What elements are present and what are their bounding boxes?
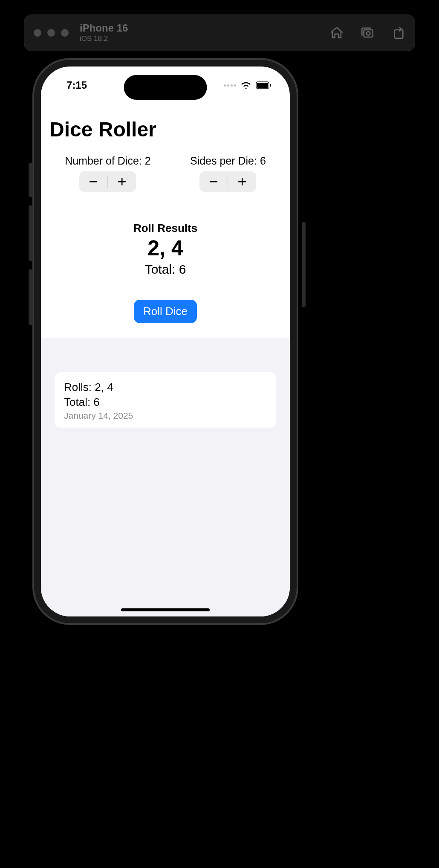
history-total: Total: 6 bbox=[64, 395, 267, 410]
screenshot-icon[interactable] bbox=[360, 26, 375, 40]
results-values: 2, 4 bbox=[41, 236, 290, 260]
os-version: iOS 18.2 bbox=[80, 35, 128, 43]
power-button bbox=[302, 222, 306, 307]
sides-control: Sides per Die: 6 bbox=[190, 155, 266, 192]
num-dice-decrement-button[interactable] bbox=[79, 171, 107, 192]
results-section: Roll Results 2, 4 Total: 6 bbox=[41, 222, 290, 277]
zoom-window-button[interactable] bbox=[61, 29, 69, 37]
num-dice-control: Number of Dice: 2 bbox=[65, 155, 150, 192]
home-icon[interactable] bbox=[329, 26, 344, 40]
svg-rect-11 bbox=[242, 178, 243, 185]
simulator-toolbar: iPhone 16 iOS 18.2 bbox=[24, 14, 415, 51]
num-dice-increment-button[interactable] bbox=[108, 171, 136, 192]
history-item[interactable]: Rolls: 2, 4 Total: 6 January 14, 2025 bbox=[55, 372, 276, 428]
svg-point-1 bbox=[367, 32, 370, 35]
num-dice-label: Number of Dice: 2 bbox=[65, 155, 150, 167]
page-title: Dice Roller bbox=[41, 118, 290, 153]
svg-rect-2 bbox=[395, 30, 403, 38]
simulator-title: iPhone 16 iOS 18.2 bbox=[80, 23, 128, 43]
home-indicator[interactable] bbox=[121, 608, 210, 611]
sides-label: Sides per Die: 6 bbox=[190, 155, 266, 167]
mute-switch bbox=[29, 163, 32, 197]
window-controls bbox=[34, 29, 69, 37]
rotate-icon[interactable] bbox=[391, 26, 405, 40]
results-total: Total: 6 bbox=[41, 262, 290, 277]
roll-dice-button[interactable]: Roll Dice bbox=[134, 300, 197, 323]
close-window-button[interactable] bbox=[34, 29, 41, 37]
num-dice-stepper bbox=[79, 171, 136, 192]
sides-increment-button[interactable] bbox=[228, 171, 256, 192]
phone-screen: 7:15 Dice Roller Number of Dice: 2 bbox=[34, 60, 297, 623]
minimize-window-button[interactable] bbox=[47, 29, 55, 37]
svg-rect-8 bbox=[121, 178, 123, 185]
history-list[interactable]: Rolls: 2, 4 Total: 6 January 14, 2025 bbox=[41, 338, 290, 616]
device-name: iPhone 16 bbox=[80, 23, 128, 33]
volume-down-button bbox=[29, 269, 32, 325]
history-date: January 14, 2025 bbox=[64, 411, 267, 421]
svg-rect-0 bbox=[364, 30, 373, 37]
svg-rect-6 bbox=[90, 181, 97, 182]
results-heading: Roll Results bbox=[41, 222, 290, 235]
svg-rect-9 bbox=[210, 181, 217, 182]
app-content: Dice Roller Number of Dice: 2 Sides per … bbox=[41, 67, 290, 616]
volume-up-button bbox=[29, 205, 32, 261]
history-rolls: Rolls: 2, 4 bbox=[64, 380, 267, 395]
sides-decrement-button[interactable] bbox=[199, 171, 228, 192]
sides-stepper bbox=[199, 171, 256, 192]
